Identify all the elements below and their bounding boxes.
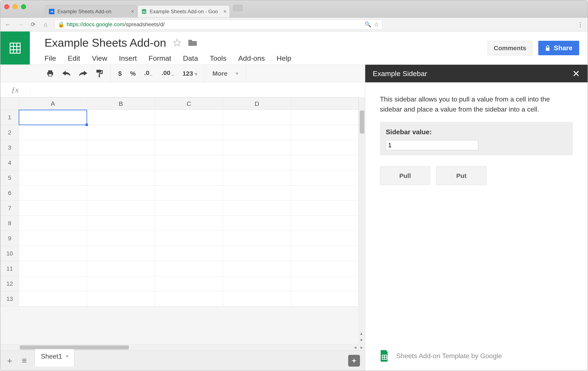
menu-format[interactable]: Format: [149, 54, 171, 62]
menu-data[interactable]: Data: [183, 54, 198, 62]
row-header[interactable]: 2: [1, 125, 19, 140]
menu-help[interactable]: Help: [277, 54, 291, 62]
sheet-tab[interactable]: Sheet1 ▾: [35, 349, 74, 367]
comments-button[interactable]: Comments: [488, 41, 532, 55]
cell[interactable]: [19, 261, 87, 276]
cell[interactable]: [291, 186, 358, 201]
star-icon[interactable]: [173, 38, 181, 47]
browser-tab[interactable]: ➔ Example Sheets Add-on ×: [45, 5, 137, 17]
cell[interactable]: [155, 246, 223, 261]
scroll-up-icon[interactable]: ▴: [360, 331, 362, 336]
cell[interactable]: [155, 291, 223, 307]
cell[interactable]: [155, 155, 223, 170]
cell[interactable]: [87, 276, 155, 291]
cell[interactable]: [223, 216, 291, 231]
cell[interactable]: [87, 216, 155, 231]
sheets-logo[interactable]: [0, 32, 30, 64]
menu-file[interactable]: File: [44, 54, 56, 62]
cell[interactable]: [223, 201, 291, 216]
cell[interactable]: [87, 170, 155, 186]
cell[interactable]: [155, 201, 223, 216]
scroll-down-icon[interactable]: ▾: [360, 337, 362, 343]
cell[interactable]: [223, 291, 291, 307]
column-header[interactable]: A: [19, 98, 87, 110]
cell[interactable]: [19, 276, 87, 291]
folder-icon[interactable]: [188, 38, 198, 47]
select-all-corner[interactable]: [1, 98, 19, 110]
sidebar-value-input[interactable]: [386, 140, 478, 150]
reload-icon[interactable]: ⟳: [29, 21, 37, 28]
row-header[interactable]: 7: [1, 201, 19, 216]
menu-tools[interactable]: Tools: [210, 54, 226, 62]
cell[interactable]: [19, 216, 87, 231]
cell[interactable]: [223, 276, 291, 291]
browser-menu-icon[interactable]: ⋮: [577, 21, 584, 28]
decrease-decimal[interactable]: .0←: [144, 69, 153, 77]
cell[interactable]: [155, 125, 223, 140]
fx-icon[interactable]: ƒx: [0, 85, 30, 94]
row-header[interactable]: 8: [1, 216, 19, 231]
redo-icon[interactable]: [79, 71, 87, 76]
put-button[interactable]: Put: [436, 166, 487, 185]
row-header[interactable]: 10: [1, 246, 19, 261]
cell[interactable]: [155, 186, 223, 201]
cell[interactable]: [87, 186, 155, 201]
cell[interactable]: [87, 110, 155, 125]
document-title[interactable]: Example Sheets Add-on: [44, 36, 166, 49]
format-currency[interactable]: $: [118, 70, 122, 77]
cell[interactable]: [87, 140, 155, 155]
cell[interactable]: [291, 125, 358, 140]
cell[interactable]: [223, 261, 291, 276]
close-tab-icon[interactable]: ×: [223, 8, 227, 15]
cell[interactable]: [291, 155, 358, 170]
menu-view[interactable]: View: [92, 54, 107, 62]
chevron-down-icon[interactable]: ▾: [66, 354, 68, 359]
row-header[interactable]: 5: [1, 170, 19, 186]
cell[interactable]: [155, 140, 223, 155]
bookmark-star-icon[interactable]: ☆: [374, 21, 379, 28]
back-icon[interactable]: ←: [4, 21, 11, 28]
formula-input[interactable]: [30, 82, 365, 97]
cell[interactable]: [19, 201, 87, 216]
cell[interactable]: [87, 155, 155, 170]
cell[interactable]: [155, 170, 223, 186]
cell-grid[interactable]: ABCD12345678910111213: [0, 97, 359, 344]
menu-edit[interactable]: Edit: [68, 54, 80, 62]
zoom-icon[interactable]: 🔍: [365, 21, 371, 28]
pull-button[interactable]: Pull: [380, 166, 430, 185]
add-sheet-button[interactable]: ＋: [5, 355, 14, 366]
increase-decimal[interactable]: .00→: [161, 69, 174, 77]
cell[interactable]: [291, 246, 358, 261]
cell[interactable]: [291, 231, 358, 246]
cell[interactable]: [87, 231, 155, 246]
row-header[interactable]: 13: [1, 291, 19, 307]
cell[interactable]: [155, 261, 223, 276]
cell[interactable]: [223, 110, 291, 125]
cell[interactable]: [291, 201, 358, 216]
scroll-left-icon[interactable]: ◂: [354, 345, 356, 350]
cell[interactable]: [87, 291, 155, 307]
cell[interactable]: [223, 155, 291, 170]
address-bar[interactable]: 🔒 https://docs.google.com /spreadsheets/…: [55, 20, 382, 29]
close-tab-icon[interactable]: ×: [131, 8, 134, 15]
cell[interactable]: [291, 291, 358, 307]
cell[interactable]: [87, 201, 155, 216]
number-format-menu[interactable]: 123 ▾: [182, 70, 197, 77]
cell[interactable]: [291, 276, 358, 291]
cell[interactable]: [155, 110, 223, 125]
row-header[interactable]: 11: [1, 261, 19, 276]
menu-addons[interactable]: Add-ons: [238, 54, 265, 62]
row-header[interactable]: 12: [1, 276, 19, 291]
row-header[interactable]: 3: [1, 140, 19, 155]
close-icon[interactable]: ✕: [572, 68, 580, 79]
toolgroup-more[interactable]: More ▾: [205, 65, 246, 82]
cell[interactable]: [291, 216, 358, 231]
scrollbar-thumb[interactable]: [360, 110, 364, 134]
cell[interactable]: [155, 216, 223, 231]
cell[interactable]: [291, 110, 358, 125]
cell[interactable]: [87, 261, 155, 276]
cell[interactable]: [223, 186, 291, 201]
vertical-scrollbar[interactable]: ▴ ▾: [359, 97, 365, 344]
menu-insert[interactable]: Insert: [119, 54, 137, 62]
cell[interactable]: [19, 110, 87, 125]
